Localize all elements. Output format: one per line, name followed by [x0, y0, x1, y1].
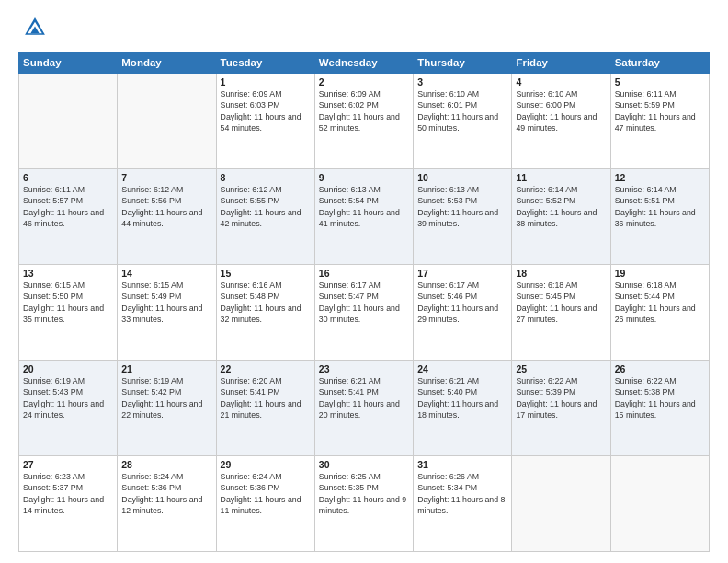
calendar-cell: 4Sunrise: 6:10 AMSunset: 6:00 PMDaylight… [512, 74, 610, 169]
day-info: Sunrise: 6:14 AMSunset: 5:52 PMDaylight:… [516, 184, 606, 229]
day-info: Sunrise: 6:19 AMSunset: 5:43 PMDaylight:… [23, 375, 113, 420]
day-number: 16 [319, 268, 409, 279]
day-number: 21 [121, 363, 211, 374]
calendar-cell: 30Sunrise: 6:25 AMSunset: 5:35 PMDayligh… [314, 456, 413, 552]
calendar-cell: 18Sunrise: 6:18 AMSunset: 5:45 PMDayligh… [512, 265, 610, 361]
day-number: 25 [516, 363, 606, 374]
day-info: Sunrise: 6:09 AMSunset: 6:02 PMDaylight:… [319, 88, 409, 133]
calendar-cell: 26Sunrise: 6:22 AMSunset: 5:38 PMDayligh… [610, 361, 709, 456]
calendar-cell: 8Sunrise: 6:12 AMSunset: 5:55 PMDaylight… [216, 169, 314, 265]
day-info: Sunrise: 6:24 AMSunset: 5:36 PMDaylight:… [121, 471, 211, 516]
calendar-cell [512, 456, 610, 552]
calendar-cell: 12Sunrise: 6:14 AMSunset: 5:51 PMDayligh… [610, 169, 709, 265]
day-info: Sunrise: 6:15 AMSunset: 5:50 PMDaylight:… [23, 280, 113, 325]
day-info: Sunrise: 6:21 AMSunset: 5:40 PMDaylight:… [417, 375, 507, 420]
day-number: 26 [615, 363, 705, 374]
header-row: SundayMondayTuesdayWednesdayThursdayFrid… [19, 52, 710, 74]
day-number: 1 [221, 76, 311, 87]
calendar-cell: 21Sunrise: 6:19 AMSunset: 5:42 PMDayligh… [118, 361, 216, 456]
day-number: 9 [319, 172, 409, 183]
day-info: Sunrise: 6:17 AMSunset: 5:47 PMDaylight:… [319, 280, 409, 325]
calendar-cell: 16Sunrise: 6:17 AMSunset: 5:47 PMDayligh… [314, 265, 413, 361]
day-number: 8 [221, 172, 311, 183]
day-info: Sunrise: 6:18 AMSunset: 5:44 PMDaylight:… [615, 280, 705, 325]
day-number: 18 [516, 268, 606, 279]
day-number: 29 [221, 459, 311, 470]
calendar-cell: 11Sunrise: 6:14 AMSunset: 5:52 PMDayligh… [512, 169, 610, 265]
day-number: 5 [615, 76, 705, 87]
day-number: 10 [417, 172, 507, 183]
calendar-cell: 27Sunrise: 6:23 AMSunset: 5:37 PMDayligh… [19, 456, 118, 552]
calendar-cell: 17Sunrise: 6:17 AMSunset: 5:46 PMDayligh… [414, 265, 512, 361]
logo [18, 15, 48, 44]
calendar-cell: 25Sunrise: 6:22 AMSunset: 5:39 PMDayligh… [512, 361, 610, 456]
day-header: Saturday [610, 52, 709, 74]
calendar-week: 1Sunrise: 6:09 AMSunset: 6:03 PMDaylight… [19, 74, 710, 169]
day-header: Sunday [19, 52, 118, 74]
day-info: Sunrise: 6:22 AMSunset: 5:38 PMDaylight:… [615, 375, 705, 420]
calendar-cell [19, 74, 118, 169]
day-info: Sunrise: 6:16 AMSunset: 5:48 PMDaylight:… [221, 280, 311, 325]
day-header: Tuesday [216, 52, 314, 74]
calendar-cell: 29Sunrise: 6:24 AMSunset: 5:36 PMDayligh… [216, 456, 314, 552]
day-header: Wednesday [314, 52, 413, 74]
day-number: 2 [319, 76, 409, 87]
day-number: 31 [417, 459, 507, 470]
day-info: Sunrise: 6:23 AMSunset: 5:37 PMDaylight:… [23, 471, 113, 516]
day-info: Sunrise: 6:22 AMSunset: 5:39 PMDaylight:… [516, 375, 606, 420]
day-info: Sunrise: 6:10 AMSunset: 6:00 PMDaylight:… [516, 88, 606, 133]
day-info: Sunrise: 6:13 AMSunset: 5:53 PMDaylight:… [417, 184, 507, 229]
calendar-cell: 10Sunrise: 6:13 AMSunset: 5:53 PMDayligh… [414, 169, 512, 265]
day-info: Sunrise: 6:09 AMSunset: 6:03 PMDaylight:… [221, 88, 311, 133]
day-number: 14 [121, 268, 211, 279]
day-number: 12 [615, 172, 705, 183]
calendar-cell: 3Sunrise: 6:10 AMSunset: 6:01 PMDaylight… [414, 74, 512, 169]
day-info: Sunrise: 6:11 AMSunset: 5:57 PMDaylight:… [23, 184, 113, 229]
logo-icon [22, 15, 48, 40]
calendar-cell: 1Sunrise: 6:09 AMSunset: 6:03 PMDaylight… [216, 74, 314, 169]
calendar-cell: 23Sunrise: 6:21 AMSunset: 5:41 PMDayligh… [314, 361, 413, 456]
day-number: 28 [121, 459, 211, 470]
day-info: Sunrise: 6:19 AMSunset: 5:42 PMDaylight:… [121, 375, 211, 420]
day-number: 22 [221, 363, 311, 374]
day-number: 4 [516, 76, 606, 87]
calendar-cell: 22Sunrise: 6:20 AMSunset: 5:41 PMDayligh… [216, 361, 314, 456]
calendar-cell: 19Sunrise: 6:18 AMSunset: 5:44 PMDayligh… [610, 265, 709, 361]
day-number: 3 [417, 76, 507, 87]
day-header: Friday [512, 52, 610, 74]
calendar-cell [118, 74, 216, 169]
calendar-week: 6Sunrise: 6:11 AMSunset: 5:57 PMDaylight… [19, 169, 710, 265]
day-info: Sunrise: 6:11 AMSunset: 5:59 PMDaylight:… [615, 88, 705, 133]
day-info: Sunrise: 6:10 AMSunset: 6:01 PMDaylight:… [417, 88, 507, 133]
calendar-cell: 20Sunrise: 6:19 AMSunset: 5:43 PMDayligh… [19, 361, 118, 456]
day-number: 23 [319, 363, 409, 374]
calendar-cell: 14Sunrise: 6:15 AMSunset: 5:49 PMDayligh… [118, 265, 216, 361]
day-info: Sunrise: 6:24 AMSunset: 5:36 PMDaylight:… [221, 471, 311, 516]
day-number: 17 [417, 268, 507, 279]
day-header: Monday [118, 52, 216, 74]
day-header: Thursday [414, 52, 512, 74]
day-info: Sunrise: 6:26 AMSunset: 5:34 PMDaylight:… [417, 471, 507, 516]
calendar-cell: 2Sunrise: 6:09 AMSunset: 6:02 PMDaylight… [314, 74, 413, 169]
calendar-table: SundayMondayTuesdayWednesdayThursdayFrid… [18, 52, 710, 552]
day-number: 19 [615, 268, 705, 279]
calendar-week: 20Sunrise: 6:19 AMSunset: 5:43 PMDayligh… [19, 361, 710, 456]
calendar-cell: 6Sunrise: 6:11 AMSunset: 5:57 PMDaylight… [19, 169, 118, 265]
calendar-week: 27Sunrise: 6:23 AMSunset: 5:37 PMDayligh… [19, 456, 710, 552]
calendar-cell: 5Sunrise: 6:11 AMSunset: 5:59 PMDaylight… [610, 74, 709, 169]
day-info: Sunrise: 6:12 AMSunset: 5:56 PMDaylight:… [121, 184, 211, 229]
calendar-cell: 24Sunrise: 6:21 AMSunset: 5:40 PMDayligh… [414, 361, 512, 456]
day-number: 13 [23, 268, 113, 279]
day-info: Sunrise: 6:20 AMSunset: 5:41 PMDaylight:… [221, 375, 311, 420]
day-info: Sunrise: 6:12 AMSunset: 5:55 PMDaylight:… [221, 184, 311, 229]
calendar-cell [610, 456, 709, 552]
calendar-cell: 7Sunrise: 6:12 AMSunset: 5:56 PMDaylight… [118, 169, 216, 265]
day-number: 7 [121, 172, 211, 183]
day-info: Sunrise: 6:13 AMSunset: 5:54 PMDaylight:… [319, 184, 409, 229]
page: SundayMondayTuesdayWednesdayThursdayFrid… [0, 0, 728, 563]
day-info: Sunrise: 6:15 AMSunset: 5:49 PMDaylight:… [121, 280, 211, 325]
calendar-cell: 13Sunrise: 6:15 AMSunset: 5:50 PMDayligh… [19, 265, 118, 361]
day-number: 24 [417, 363, 507, 374]
calendar-cell: 15Sunrise: 6:16 AMSunset: 5:48 PMDayligh… [216, 265, 314, 361]
day-info: Sunrise: 6:14 AMSunset: 5:51 PMDaylight:… [615, 184, 705, 229]
